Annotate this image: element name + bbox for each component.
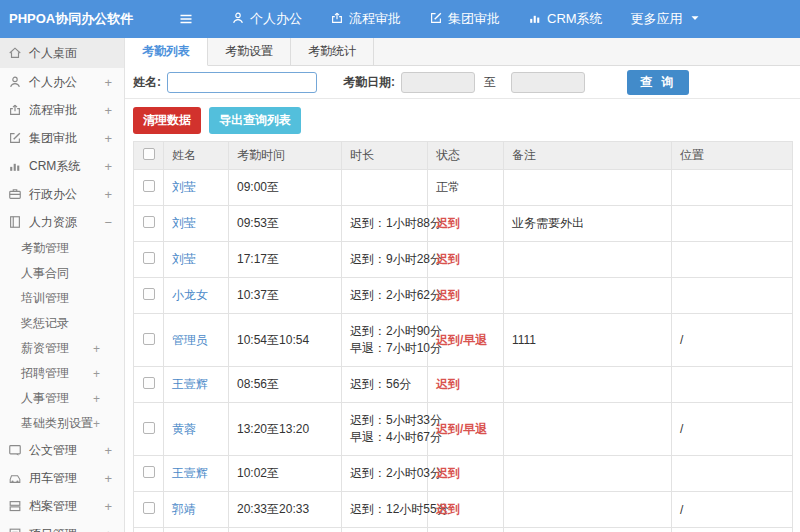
date-to-input[interactable] <box>511 72 585 93</box>
employee-name-link[interactable]: 管理员 <box>172 333 208 347</box>
table-row: 王壹辉10:02至迟到：2小时03分迟到 <box>134 456 793 492</box>
sidebar-item-crm-system[interactable]: CRM系统+ <box>0 152 124 180</box>
table-row: 刘莹09:00至正常 <box>134 170 793 206</box>
expand-plus-icon: + <box>104 131 112 146</box>
name-cell: 刘莹 <box>164 242 229 278</box>
row-checkbox[interactable] <box>143 252 155 264</box>
row-checkbox[interactable] <box>143 377 155 389</box>
nav-item-group-approval[interactable]: 集团审批 <box>415 0 514 38</box>
sidebar-subitem-salary-mgmt[interactable]: 薪资管理+ <box>0 336 124 361</box>
time-cell: 08:56至 <box>229 367 342 403</box>
sidebar-item-label: 个人桌面 <box>29 45 77 62</box>
duration-cell: 迟到：2小时90分早退：7小时10分 <box>342 314 428 367</box>
nav-item-workflow-approval[interactable]: 流程审批 <box>316 0 415 38</box>
sidebar-item-human-resources[interactable]: 人力资源− <box>0 208 124 236</box>
sidebar-item-vehicle-mgmt[interactable]: 用车管理+ <box>0 464 124 492</box>
name-input[interactable] <box>167 72 317 93</box>
clear-data-button[interactable]: 清理数据 <box>133 107 201 134</box>
employee-name-link[interactable]: 刘莹 <box>172 216 196 230</box>
date-from-input[interactable] <box>401 72 475 93</box>
row-check-cell <box>134 314 164 367</box>
select-all-checkbox[interactable] <box>143 148 155 160</box>
table-row: 刘莹09:53至迟到：1小时88分迟到业务需要外出 <box>134 206 793 242</box>
sidebar-subitem-reward-punish[interactable]: 奖惩记录 <box>0 311 124 336</box>
sidebar-item-workflow-approval[interactable]: 流程审批+ <box>0 96 124 124</box>
sidebar-subitem-label: 奖惩记录 <box>21 315 69 332</box>
employee-name-link[interactable]: 郭靖 <box>172 502 196 516</box>
employee-name-link[interactable]: 小龙女 <box>172 288 208 302</box>
expand-plus-icon: + <box>104 187 112 202</box>
export-list-button[interactable]: 导出查询列表 <box>209 107 301 134</box>
location-cell: / <box>672 403 793 456</box>
location-cell <box>672 367 793 403</box>
sidebar-subitem-label: 人事管理 <box>21 390 69 407</box>
table-row: 刘莹17:17至迟到：9小时28分迟到 <box>134 242 793 278</box>
sidebar-subitem-base-category[interactable]: 基础类别设置+ <box>0 411 124 436</box>
sidebar-item-label: 集团审批 <box>29 130 77 147</box>
action-bar: 清理数据 导出查询列表 <box>125 99 800 141</box>
sidebar-item-personal-desktop[interactable]: 个人桌面 <box>0 38 124 68</box>
status-badge: 正常 <box>436 180 460 194</box>
expand-plus-icon: + <box>104 443 112 458</box>
row-checkbox[interactable] <box>143 216 155 228</box>
table-row: 小龙女10:37至迟到：2小时62分迟到 <box>134 278 793 314</box>
column-header: 状态 <box>428 142 504 170</box>
book-icon <box>8 215 22 229</box>
duration-line: 迟到：5小时33分 <box>350 412 419 429</box>
topbar-nav: 个人办公流程审批集团审批CRM系统更多应用 <box>217 0 716 38</box>
expand-plus-icon: + <box>104 527 112 532</box>
sidebar-item-archive-mgmt[interactable]: 档案管理+ <box>0 492 124 520</box>
collapse-minus-icon: − <box>104 215 112 230</box>
employee-name-link[interactable]: 王壹辉 <box>172 377 208 391</box>
sidebar-item-project-mgmt[interactable]: 项目管理+ <box>0 520 124 532</box>
hamburger-menu-icon[interactable] <box>173 6 199 32</box>
row-checkbox[interactable] <box>143 422 155 434</box>
employee-name-link[interactable]: 刘莹 <box>172 252 196 266</box>
sidebar-item-label: 档案管理 <box>29 498 77 515</box>
nav-item-personal-office[interactable]: 个人办公 <box>217 0 316 38</box>
duration-line: 迟到：9小时28分 <box>350 251 419 268</box>
search-button[interactable]: 查 询 <box>627 70 689 95</box>
user-icon <box>8 75 22 89</box>
duration-line: 迟到：56分 <box>350 376 419 393</box>
sidebar-subitem-personnel-mgmt[interactable]: 人事管理+ <box>0 386 124 411</box>
row-checkbox[interactable] <box>143 466 155 478</box>
tab-attendance-stats[interactable]: 考勤统计 <box>291 38 374 65</box>
tab-attendance-settings[interactable]: 考勤设置 <box>208 38 291 65</box>
date-label: 考勤日期: <box>343 74 395 91</box>
nav-item-more-apps[interactable]: 更多应用 <box>617 0 716 38</box>
sidebar-subitem-hr-contract[interactable]: 人事合同 <box>0 261 124 286</box>
sidebar-subitem-training-mgmt[interactable]: 培训管理 <box>0 286 124 311</box>
sidebar-subitem-recruit-mgmt[interactable]: 招聘管理+ <box>0 361 124 386</box>
sidebar-item-group-approval[interactable]: 集团审批+ <box>0 124 124 152</box>
sidebar-subitem-attendance-mgmt[interactable]: 考勤管理 <box>0 236 124 261</box>
sidebar-item-document-mgmt[interactable]: 公文管理+ <box>0 436 124 464</box>
note-cell <box>504 456 672 492</box>
row-check-cell <box>134 206 164 242</box>
nav-item-crm-system[interactable]: CRM系统 <box>514 0 617 38</box>
row-checkbox[interactable] <box>143 180 155 192</box>
row-checkbox[interactable] <box>143 502 155 514</box>
row-checkbox[interactable] <box>143 288 155 300</box>
briefcase-icon <box>8 187 22 201</box>
employee-name-link[interactable]: 王壹辉 <box>172 466 208 480</box>
sidebar-subitem-label: 基础类别设置 <box>21 415 93 432</box>
status-badge: 迟到/早退 <box>436 422 487 436</box>
chart-icon <box>8 159 22 173</box>
table-body: 刘莹09:00至正常刘莹09:53至迟到：1小时88分迟到业务需要外出刘莹17:… <box>134 170 793 532</box>
column-header: 时长 <box>342 142 428 170</box>
tab-attendance-list[interactable]: 考勤列表 <box>125 38 208 66</box>
duration-line: 早退：4小时67分 <box>350 429 419 446</box>
time-cell: 13:20至13:20 <box>229 403 342 456</box>
note-cell <box>504 242 672 278</box>
row-checkbox[interactable] <box>143 333 155 345</box>
duration-line: 迟到：12小时55分 <box>350 501 419 518</box>
sidebar-subitem-label: 考勤管理 <box>21 240 69 257</box>
table-header-row: 姓名考勤时间时长状态备注位置 <box>134 142 793 170</box>
employee-name-link[interactable]: 刘莹 <box>172 180 196 194</box>
row-check-cell <box>134 367 164 403</box>
status-badge: 迟到 <box>436 252 460 266</box>
sidebar-item-admin-office[interactable]: 行政办公+ <box>0 180 124 208</box>
employee-name-link[interactable]: 黄蓉 <box>172 422 196 436</box>
sidebar-item-personal-office[interactable]: 个人办公+ <box>0 68 124 96</box>
